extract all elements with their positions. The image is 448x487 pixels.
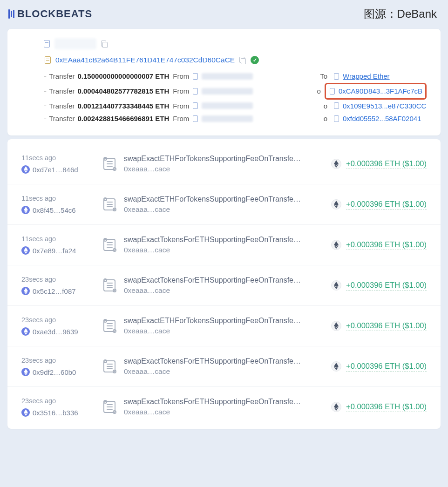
tx-contract-address: 0xeaaa…cace: [124, 408, 326, 416]
transfer-from-label: From: [173, 100, 189, 113]
address-row: 0xEAaa41cB2a64B11FE761D41E747c032CdD60Ca…: [45, 56, 427, 64]
topbar: BLOCKBEATS 图源：DeBank: [0, 0, 448, 26]
redacted-from-address: [202, 88, 253, 95]
transfer-to-label: To: [320, 70, 327, 83]
transfer-label: Transfer: [49, 100, 75, 113]
transfer-from-label: From: [173, 85, 189, 98]
tx-amount: +0.000396 ETH ($1.00): [346, 159, 427, 169]
ethereum-chain-icon: [21, 408, 30, 417]
transfer-label: Transfer: [49, 85, 75, 98]
ethereum-chain-icon: [21, 327, 30, 336]
eth-token-icon: [331, 361, 341, 372]
tx-amount: +0.000396 ETH ($1.00): [346, 362, 427, 372]
document-icon: [334, 102, 339, 109]
tx-hash-link[interactable]: 0xd7e1…846d: [33, 166, 78, 174]
tree-corner-icon: └: [42, 113, 46, 124]
tx-type-icon-col: [96, 156, 124, 172]
transfer-row: └ Transfer 0.001214407733348445 ETH From…: [42, 100, 427, 113]
tx-contract-address: 0xeaaa…cace: [124, 367, 326, 376]
transfer-label: Transfer: [49, 70, 75, 83]
tx-amount-col: +0.000396 ETH ($1.00): [331, 199, 427, 210]
tx-time: 23secs ago: [21, 316, 96, 324]
tx-type-icon-col: [96, 196, 124, 213]
eth-token-icon: [331, 240, 341, 250]
tx-function-name: swapExactTokensForETHSupportingFeeOnTran…: [124, 398, 326, 406]
document-icon: [334, 115, 339, 122]
tx-hash-link[interactable]: 0x7e89…fa24: [33, 247, 76, 255]
tx-time: 23secs ago: [21, 276, 96, 283]
tx-amount: +0.000396 ETH ($1.00): [346, 200, 427, 210]
transfer-destination-link[interactable]: 0xCA90D843...3F1AFc7cB: [339, 85, 422, 98]
logo: BLOCKBEATS: [8, 8, 92, 20]
tx-hash-link[interactable]: 0x9df2…60b0: [33, 368, 76, 376]
transfer-to-label: o: [324, 100, 327, 113]
transfer-to-label: o: [324, 112, 327, 125]
document-icon: [193, 102, 198, 109]
contract-scroll-icon: [102, 358, 118, 375]
transfer-destination-link[interactable]: 0x109E9513...e87C330CC: [343, 100, 427, 113]
ethereum-chain-icon: [21, 165, 30, 174]
tx-list-item[interactable]: 23secs ago 0x3516…b336 swapExactTokensFo…: [7, 387, 441, 427]
tx-list-item[interactable]: 11secs ago 0x8f45…54c6 swapExactETHForTo…: [7, 184, 441, 225]
tree-corner-icon: └: [42, 100, 46, 111]
eth-token-icon: [331, 159, 341, 169]
logo-bars-icon: [8, 9, 14, 19]
contract-scroll-icon: [102, 318, 118, 334]
tx-amount: +0.000396 ETH ($1.00): [346, 402, 427, 412]
tx-contract-address: 0xeaaa…cace: [124, 205, 326, 214]
tx-list-item[interactable]: 11secs ago 0xd7e1…846d swapExactETHForTo…: [7, 144, 441, 184]
contract-scroll-icon: [102, 277, 118, 294]
transfer-row: └ Transfer 0.150000000000000007 ETH From…: [42, 70, 427, 83]
document-icon: [44, 40, 50, 47]
ethereum-chain-icon: [21, 206, 30, 214]
contract-scroll-icon: [102, 237, 118, 253]
tx-list-item[interactable]: 23secs ago 0x9df2…60b0 swapExactTokensFo…: [7, 346, 441, 387]
tx-meta: 11secs ago 0xd7e1…846d: [21, 154, 96, 174]
document-icon: [193, 88, 198, 95]
copy-icon[interactable]: [239, 57, 246, 63]
transfer-destination-link[interactable]: 0xfdd05552...58AF02041: [343, 112, 427, 125]
tx-function-col: swapExactETHForTokensSupportingFeeOnTran…: [124, 155, 331, 173]
tx-contract-address: 0xeaaa…cace: [124, 286, 326, 295]
tx-function-col: swapExactETHForTokensSupportingFeeOnTran…: [124, 195, 331, 214]
tx-meta: 23secs ago 0x3516…b336: [21, 397, 96, 417]
document-icon: [193, 73, 198, 80]
highlighted-address: 0xCA90D843...3F1AFc7cB: [325, 83, 427, 100]
tx-meta: 23secs ago 0x9df2…60b0: [21, 357, 96, 376]
transfer-destination-link[interactable]: Wrapped Ether: [343, 70, 427, 83]
transfer-amount: 0.001214407733348445 ETH: [78, 100, 170, 113]
transfer-row: └ Transfer 0.002428815466696891 ETH From…: [42, 112, 427, 125]
tx-function-col: swapExactTokensForETHSupportingFeeOnTran…: [124, 357, 331, 376]
tx-function-col: swapExactTokensForETHSupportingFeeOnTran…: [124, 236, 331, 254]
eth-token-icon: [331, 199, 341, 210]
tx-type-icon-col: [96, 237, 124, 253]
contract-scroll-icon: [102, 196, 118, 213]
redacted-from-address: [202, 115, 253, 122]
tx-contract-address: 0xeaaa…cace: [124, 165, 326, 173]
tx-type-icon-col: [96, 358, 124, 375]
tx-hash-link[interactable]: 0x3516…b336: [33, 409, 78, 417]
tx-type-icon-col: [96, 399, 124, 415]
tx-hash-link[interactable]: 0x8f45…54c6: [33, 206, 76, 214]
tree-corner-icon: └: [42, 86, 46, 97]
tx-list-item[interactable]: 23secs ago 0xae3d…9639 swapExactETHForTo…: [7, 306, 441, 346]
transaction-detail-card: 0xEAaa41cB2a64B11FE761D41E747c032CdD60Ca…: [7, 29, 441, 135]
tx-list-item[interactable]: 23secs ago 0x5c12…f087 swapExactTokensFo…: [7, 265, 441, 306]
tx-contract-address: 0xeaaa…cace: [124, 246, 326, 254]
tx-amount-col: +0.000396 ETH ($1.00): [331, 361, 427, 372]
logo-text: BLOCKBEATS: [17, 8, 92, 20]
tx-hash-link[interactable]: 0xae3d…9639: [33, 328, 78, 336]
tx-function-name: swapExactTokensForETHSupportingFeeOnTran…: [124, 276, 326, 284]
redacted-from-address: [202, 73, 253, 80]
tx-amount-col: +0.000396 ETH ($1.00): [331, 321, 427, 331]
redacted-pill: [54, 38, 96, 49]
verified-check-icon: ✓: [251, 56, 259, 64]
copy-icon[interactable]: [101, 41, 108, 47]
document-icon: [334, 73, 339, 80]
contract-address-link[interactable]: 0xEAaa41cB2a64B11FE761D41E747c032CdD60Ca…: [55, 56, 235, 64]
document-icon: [45, 56, 51, 64]
document-icon: [193, 115, 198, 122]
tx-hash-link[interactable]: 0x5c12…f087: [33, 287, 76, 295]
contract-scroll-icon: [102, 399, 118, 415]
tx-list-item[interactable]: 11secs ago 0x7e89…fa24 swapExactTokensFo…: [7, 225, 441, 265]
